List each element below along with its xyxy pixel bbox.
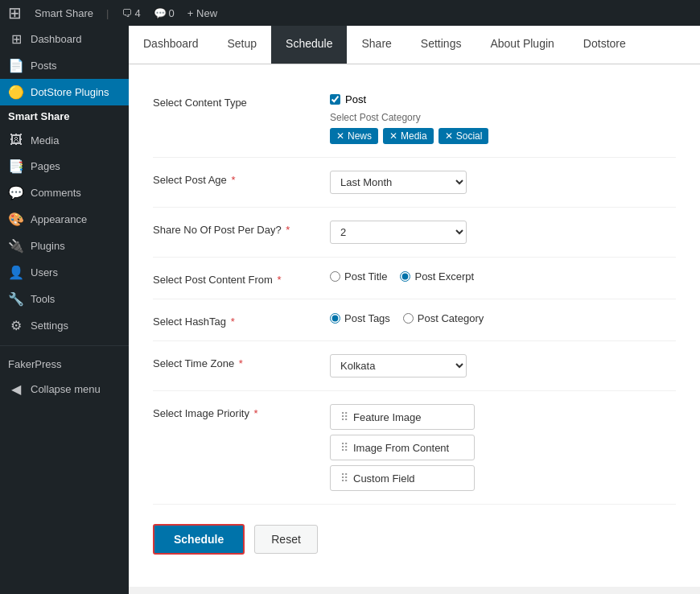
radio-post-title-input[interactable] <box>330 271 340 282</box>
hashtag-label: Select HashTag * <box>153 312 330 328</box>
sidebar-item-media[interactable]: 🖼 Media <box>0 127 129 153</box>
hashtag-radio-group: Post Tags Post Category <box>330 312 676 324</box>
comments-nav-icon: 💬 <box>8 185 24 200</box>
post-content-from-row: Select Post Content From * Post Title Po… <box>153 258 676 299</box>
new-item[interactable]: + New <box>187 7 217 19</box>
cat-x-social[interactable]: ✕ <box>445 130 453 142</box>
sidebar-item-users[interactable]: 👤 Users <box>0 259 129 286</box>
dashboard-icon: ⊞ <box>8 31 24 47</box>
priority-custom-field[interactable]: ⠿ Custom Field <box>330 465 475 491</box>
post-content-from-label: Select Post Content From * <box>153 270 330 286</box>
sidebar-item-pages[interactable]: 📑 Pages <box>0 153 129 179</box>
radio-post-category[interactable]: Post Category <box>403 312 484 324</box>
sidebar-item-tools[interactable]: 🔧 Tools <box>0 286 129 312</box>
required-marker4: * <box>231 316 235 328</box>
topbar: ⊞ Smart Share | 🗨 4 💬 0 + New <box>0 0 700 26</box>
tab-about-plugin[interactable]: About Plugin <box>476 26 568 64</box>
sidebar-item-label: Settings <box>31 320 68 332</box>
post-checkbox-label: Post <box>345 93 366 105</box>
sidebar-item-label: Media <box>31 134 59 146</box>
smart-share-heading: Smart Share <box>0 105 129 127</box>
wp-logo-icon: ⊞ <box>8 3 22 23</box>
radio-post-title[interactable]: Post Title <box>330 270 387 283</box>
post-per-day-row: Share No Of Post Per Day? * 1 2 3 4 5 <box>153 208 676 258</box>
radio-post-category-label: Post Category <box>418 312 484 324</box>
plugins-icon: 🔌 <box>8 238 24 254</box>
collapse-icon: ◀ <box>8 382 24 397</box>
sidebar-item-label: Appearance <box>31 213 87 225</box>
topbar-sep: | <box>106 7 109 19</box>
sidebar-item-posts[interactable]: 📄 Posts <box>0 52 129 79</box>
image-priority-row: Select Image Priority * ⠿ Feature Image … <box>153 391 676 505</box>
post-content-from-value: Post Title Post Excerpt <box>330 270 676 283</box>
sidebar-item-fakerpress[interactable]: FakerPress <box>0 353 129 376</box>
radio-post-excerpt[interactable]: Post Excerpt <box>400 270 474 283</box>
cat-tag-media[interactable]: ✕ Media <box>383 128 434 144</box>
sidebar-item-label: Posts <box>31 60 57 72</box>
cat-tag-social[interactable]: ✕ Social <box>439 128 489 144</box>
cat-tag-label-social: Social <box>456 130 483 142</box>
schedule-button[interactable]: Schedule <box>153 524 245 555</box>
appearance-icon: 🎨 <box>8 212 24 227</box>
sidebar-item-collapse[interactable]: ◀ Collapse menu <box>0 376 129 402</box>
tab-dotstore[interactable]: Dotstore <box>569 26 640 64</box>
priority-feature-image[interactable]: ⠿ Feature Image <box>330 404 475 430</box>
form-content: Select Content Type Post Select Post Cat… <box>129 64 700 587</box>
image-priority-label: Select Image Priority * <box>153 404 330 419</box>
post-content-radio-group: Post Title Post Excerpt <box>330 270 676 283</box>
sidebar-item-dotstore[interactable]: 🟡 DotStore Plugins <box>0 79 129 105</box>
required-marker6: * <box>254 407 258 419</box>
drag-handle-icon2: ⠿ <box>340 441 347 454</box>
tab-share[interactable]: Share <box>347 26 406 64</box>
sidebar-item-label: Tools <box>31 293 55 305</box>
settings-icon: ⚙ <box>8 318 24 333</box>
tab-setup[interactable]: Setup <box>213 26 272 64</box>
timezone-value: Kolkata UTC New York London <box>330 354 676 377</box>
tab-dashboard[interactable]: Dashboard <box>129 26 213 64</box>
sidebar-item-plugins[interactable]: 🔌 Plugins <box>0 233 129 259</box>
required-marker: * <box>231 174 235 186</box>
post-per-day-label: Share No Of Post Per Day? * <box>153 221 330 236</box>
post-age-label: Select Post Age * <box>153 171 330 186</box>
tab-schedule[interactable]: Schedule <box>271 26 347 64</box>
radio-post-category-input[interactable] <box>403 313 414 324</box>
cat-x-news[interactable]: ✕ <box>336 130 344 142</box>
sidebar: ⊞ Dashboard 📄 Posts 🟡 DotStore Plugins S… <box>0 26 129 594</box>
priority-image-from-content-label: Image From Content <box>353 442 449 454</box>
sidebar-item-settings[interactable]: ⚙ Settings <box>0 312 129 339</box>
messages-item[interactable]: 💬 0 <box>154 7 175 19</box>
timezone-select[interactable]: Kolkata UTC New York London <box>330 354 467 377</box>
reset-button[interactable]: Reset <box>254 525 318 554</box>
priority-image-from-content[interactable]: ⠿ Image From Content <box>330 435 475 460</box>
cat-x-media[interactable]: ✕ <box>389 130 397 142</box>
site-name[interactable]: Smart Share <box>35 7 93 19</box>
main-content: Dashboard Setup Schedule Share Settings … <box>129 26 700 594</box>
priority-feature-image-label: Feature Image <box>353 411 422 423</box>
post-per-day-select[interactable]: 1 2 3 4 5 <box>330 221 467 244</box>
sidebar-item-appearance[interactable]: 🎨 Appearance <box>0 206 129 233</box>
sidebar-item-label: Collapse menu <box>31 383 101 395</box>
button-row: Schedule Reset <box>153 524 676 555</box>
priority-custom-field-label: Custom Field <box>353 472 415 485</box>
post-checkbox[interactable] <box>330 94 340 105</box>
drag-handle-icon3: ⠿ <box>340 472 347 485</box>
radio-post-tags[interactable]: Post Tags <box>330 312 390 324</box>
post-age-select[interactable]: Last Month Last Week Last Year All Time <box>330 171 467 194</box>
layout: ⊞ Dashboard 📄 Posts 🟡 DotStore Plugins S… <box>0 26 700 594</box>
comments-count-item[interactable]: 🗨 4 <box>121 7 140 19</box>
radio-post-excerpt-label: Post Excerpt <box>414 270 474 283</box>
tab-settings[interactable]: Settings <box>406 26 476 64</box>
timezone-label: Select Time Zone * <box>153 354 330 369</box>
radio-post-excerpt-input[interactable] <box>400 271 410 282</box>
sidebar-item-label: Plugins <box>31 240 65 252</box>
sidebar-item-dashboard[interactable]: ⊞ Dashboard <box>0 26 129 52</box>
drag-handle-icon: ⠿ <box>340 410 347 423</box>
sidebar-item-label: Pages <box>31 160 60 172</box>
content-type-value: Post Select Post Category ✕ News ✕ Media <box>330 93 676 144</box>
sidebar-item-comments[interactable]: 💬 Comments <box>0 179 129 206</box>
priority-list: ⠿ Feature Image ⠿ Image From Content ⠿ C… <box>330 404 676 491</box>
radio-post-tags-input[interactable] <box>330 313 340 324</box>
messages-count: 0 <box>169 7 175 19</box>
content-type-label: Select Content Type <box>153 93 330 109</box>
cat-tag-news[interactable]: ✕ News <box>330 128 378 144</box>
